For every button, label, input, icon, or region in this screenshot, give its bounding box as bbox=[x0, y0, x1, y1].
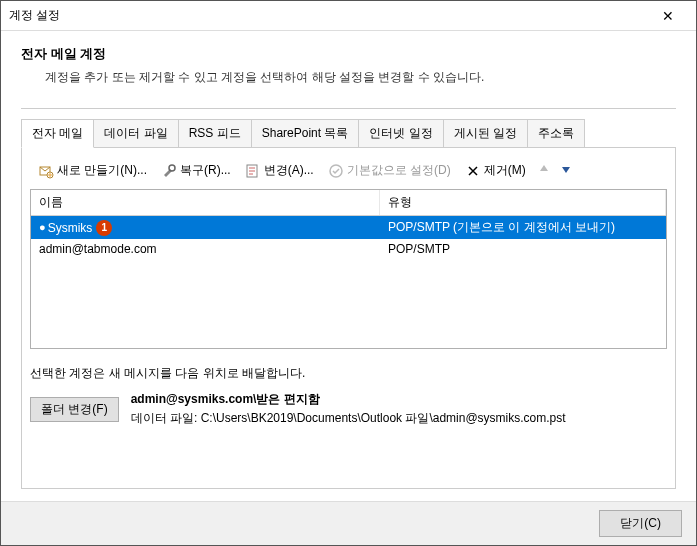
check-icon: ● bbox=[39, 221, 46, 233]
move-up-button bbox=[536, 163, 552, 178]
cell-type: POP/SMTP bbox=[380, 239, 666, 259]
remove-button[interactable]: 제거(M) bbox=[461, 160, 530, 181]
default-icon bbox=[328, 163, 344, 179]
delivery-info: admin@sysmiks.com\받은 편지함 데이터 파일: C:\User… bbox=[131, 390, 566, 428]
window-title: 계정 설정 bbox=[9, 7, 648, 24]
new-account-button[interactable]: 새로 만들기(N)... bbox=[34, 160, 151, 181]
change-button[interactable]: 변경(A)... bbox=[241, 160, 318, 181]
table-row[interactable]: ●Sysmiks1POP/SMTP (기본으로 이 계정에서 보내기) bbox=[31, 216, 666, 240]
table-row[interactable]: admin@tabmode.comPOP/SMTP bbox=[31, 239, 666, 259]
tab-3[interactable]: SharePoint 목록 bbox=[251, 119, 360, 147]
arrow-up-icon bbox=[538, 163, 550, 175]
svg-point-2 bbox=[169, 165, 175, 171]
repair-label: 복구(R)... bbox=[180, 162, 231, 179]
move-down-button[interactable] bbox=[558, 163, 574, 178]
dialog-footer: 닫기(C) bbox=[1, 501, 696, 545]
window-close-button[interactable]: ✕ bbox=[648, 2, 688, 30]
change-folder-button[interactable]: 폴더 변경(F) bbox=[30, 397, 119, 422]
column-type[interactable]: 유형 bbox=[380, 190, 666, 216]
close-label: 닫기(C) bbox=[620, 516, 661, 530]
tab-4[interactable]: 인터넷 일정 bbox=[358, 119, 443, 147]
delivery-section: 선택한 계정은 새 메시지를 다음 위치로 배달합니다. 폴더 변경(F) ad… bbox=[30, 365, 667, 428]
tab-panel-email: 새로 만들기(N)... 복구(R)... 변경(A)... bbox=[21, 147, 676, 489]
tab-1[interactable]: 데이터 파일 bbox=[93, 119, 178, 147]
remove-label: 제거(M) bbox=[484, 162, 526, 179]
tab-2[interactable]: RSS 피드 bbox=[178, 119, 252, 147]
repair-button[interactable]: 복구(R)... bbox=[157, 160, 235, 181]
repair-icon bbox=[161, 163, 177, 179]
close-icon: ✕ bbox=[662, 8, 674, 24]
column-name[interactable]: 이름 bbox=[31, 190, 380, 216]
set-default-button: 기본값으로 설정(D) bbox=[324, 160, 455, 181]
delivery-folder: admin@sysmiks.com\받은 편지함 bbox=[131, 390, 566, 409]
account-name: Sysmiks bbox=[48, 220, 93, 234]
delivery-datafile: 데이터 파일: C:\Users\BK2019\Documents\Outloo… bbox=[131, 409, 566, 428]
arrow-down-icon bbox=[560, 163, 572, 175]
tab-5[interactable]: 게시된 일정 bbox=[443, 119, 528, 147]
cell-name: admin@tabmode.com bbox=[31, 239, 380, 259]
change-label: 변경(A)... bbox=[264, 162, 314, 179]
change-icon bbox=[245, 163, 261, 179]
remove-icon bbox=[465, 163, 481, 179]
delivery-description: 선택한 계정은 새 메시지를 다음 위치로 배달합니다. bbox=[30, 365, 667, 382]
cell-type: POP/SMTP (기본으로 이 계정에서 보내기) bbox=[380, 216, 666, 240]
accounts-table-container: 이름 유형 ●Sysmiks1POP/SMTP (기본으로 이 계정에서 보내기… bbox=[30, 189, 667, 349]
tab-6[interactable]: 주소록 bbox=[527, 119, 585, 147]
new-icon bbox=[38, 163, 54, 179]
section-title: 전자 메일 계정 bbox=[21, 45, 676, 63]
folder-btn-label: 폴더 변경(F) bbox=[41, 402, 108, 416]
tab-strip: 전자 메일데이터 파일RSS 피드SharePoint 목록인터넷 일정게시된 … bbox=[21, 119, 676, 147]
divider bbox=[21, 108, 676, 109]
tab-0[interactable]: 전자 메일 bbox=[21, 119, 94, 148]
accounts-table: 이름 유형 ●Sysmiks1POP/SMTP (기본으로 이 계정에서 보내기… bbox=[31, 190, 666, 259]
titlebar: 계정 설정 ✕ bbox=[1, 1, 696, 31]
account-name: admin@tabmode.com bbox=[39, 242, 157, 256]
annotation-badge: 1 bbox=[96, 220, 112, 236]
new-label: 새로 만들기(N)... bbox=[57, 162, 147, 179]
section-description: 계정을 추가 또는 제거할 수 있고 계정을 선택하여 해당 설정을 변경할 수… bbox=[45, 69, 676, 86]
account-settings-dialog: 계정 설정 ✕ 전자 메일 계정 계정을 추가 또는 제거할 수 있고 계정을 … bbox=[0, 0, 697, 546]
default-label: 기본값으로 설정(D) bbox=[347, 162, 451, 179]
cell-name: ●Sysmiks1 bbox=[31, 216, 380, 240]
toolbar: 새로 만들기(N)... 복구(R)... 변경(A)... bbox=[30, 158, 667, 189]
close-dialog-button[interactable]: 닫기(C) bbox=[599, 510, 682, 537]
content-area: 전자 메일 계정 계정을 추가 또는 제거할 수 있고 계정을 선택하여 해당 … bbox=[1, 31, 696, 501]
